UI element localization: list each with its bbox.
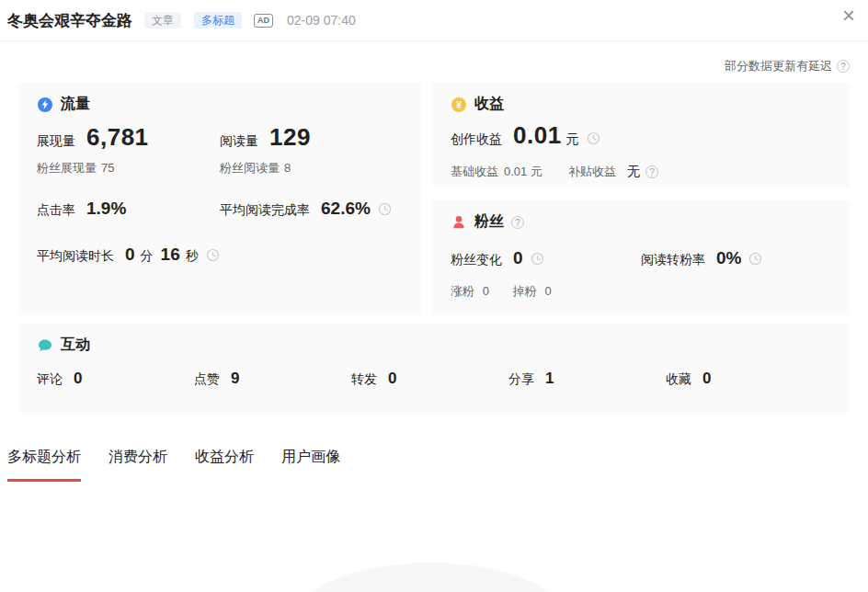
fans-change-label: 粉丝变化 — [451, 252, 502, 268]
read-conversion-metric: 阅读转粉率 0% — [641, 248, 831, 268]
help-icon[interactable]: ? — [837, 60, 850, 73]
interaction-card-header: 互动 — [37, 336, 90, 355]
fans-main-row: 粉丝变化 0 阅读转粉率 0% — [451, 248, 831, 268]
revenue-card: ¥ 收益 创作收益 0.01 元 基础收益 0.01 元 补贴收益 无 ? — [432, 83, 850, 187]
interaction-card: 互动 评论 0 点赞 9 转发 0 分享 1 收藏 0 — [18, 324, 850, 413]
shares-metric: 分享 1 — [508, 370, 666, 388]
traffic-card-header: 流量 — [37, 95, 90, 114]
subsidy-revenue-metric: 补贴收益 无 ? — [568, 164, 658, 180]
empty-state-arc — [292, 563, 568, 592]
impressions-metric: 展现量 6,781 — [37, 123, 220, 152]
favorites-label: 收藏 — [666, 371, 691, 388]
person-icon — [451, 214, 467, 231]
reposts-metric: 转发 0 — [351, 370, 508, 388]
fan-reads-label: 粉丝阅读量 — [220, 160, 280, 176]
reads-value: 129 — [269, 123, 311, 152]
interaction-card-title: 互动 — [61, 336, 90, 355]
fans-sub-row: 涨粉 0 掉粉 0 — [451, 283, 552, 300]
creation-revenue-value: 0.01 — [513, 121, 562, 150]
tab-consumption-analysis[interactable]: 消费分析 — [108, 448, 167, 482]
reads-metric: 阅读量 129 — [220, 123, 403, 152]
fans-loss-value: 0 — [544, 284, 551, 298]
tab-user-profile[interactable]: 用户画像 — [281, 448, 340, 482]
duration-metric: 平均阅读时长 0 分 16 秒 — [37, 245, 220, 265]
chat-bubble-icon — [37, 337, 53, 354]
fans-gain-value: 0 — [483, 284, 489, 298]
comments-value: 0 — [74, 370, 82, 388]
fan-reads-metric: 粉丝阅读量 8 — [220, 160, 403, 176]
comments-label: 评论 — [37, 371, 63, 388]
traffic-icon — [37, 97, 53, 113]
fan-impressions-value: 75 — [101, 161, 114, 175]
tab-multi-title-analysis[interactable]: 多标题分析 — [7, 448, 81, 482]
duration-min-unit: 分 — [141, 248, 154, 265]
help-icon[interactable]: ? — [645, 165, 658, 178]
base-revenue-value: 0.01 元 — [504, 164, 542, 180]
ad-badge: AD — [254, 14, 273, 28]
read-conversion-value: 0% — [716, 248, 741, 268]
traffic-rate-row: 点击率 1.9% 平均阅读完成率 62.6% — [37, 199, 403, 219]
duration-min-value: 0 — [125, 245, 135, 265]
comments-metric: 评论 0 — [37, 370, 194, 388]
likes-metric: 点赞 9 — [194, 370, 351, 388]
impressions-value: 6,781 — [86, 123, 149, 152]
ctr-metric: 点击率 1.9% — [37, 199, 220, 219]
creation-revenue-label: 创作收益 — [451, 131, 502, 148]
coin-icon: ¥ — [451, 97, 467, 113]
ctr-value: 1.9% — [86, 199, 126, 219]
fans-gain-metric: 涨粉 0 — [451, 283, 489, 300]
fans-change-metric: 粉丝变化 0 — [451, 248, 641, 268]
tab-revenue-analysis[interactable]: 收益分析 — [195, 448, 254, 482]
fans-card-title: 粉丝 — [474, 212, 504, 232]
help-icon[interactable]: ? — [511, 216, 524, 229]
analysis-tabs: 多标题分析 消费分析 收益分析 用户画像 — [7, 448, 340, 482]
fans-gain-label: 涨粉 — [451, 284, 474, 298]
data-delay-notice: 部分数据更新有延迟 ? — [725, 58, 850, 74]
creation-revenue-unit: 元 — [566, 131, 579, 148]
impressions-label: 展现量 — [37, 133, 75, 150]
likes-value: 9 — [231, 370, 239, 388]
fan-impressions-label: 粉丝展现量 — [37, 160, 97, 176]
dialog-header: 冬奥会艰辛夺金路 文章 多标题 AD 02-09 07:40 × — [0, 0, 868, 41]
subsidy-revenue-label: 补贴收益 — [568, 164, 616, 180]
traffic-main-row: 展现量 6,781 阅读量 129 — [37, 123, 403, 152]
traffic-fan-row: 粉丝展现量 75 粉丝阅读量 8 — [37, 160, 403, 176]
delayed-update-icon — [587, 131, 600, 149]
completion-label: 平均阅读完成率 — [220, 202, 310, 219]
delayed-update-icon — [531, 252, 544, 269]
fans-loss-metric: 掉粉 0 — [513, 283, 552, 300]
completion-metric: 平均阅读完成率 62.6% — [220, 199, 403, 219]
fan-impressions-metric: 粉丝展现量 75 — [37, 160, 220, 176]
article-type-badge: 文章 — [144, 12, 181, 28]
favorites-metric: 收藏 0 — [666, 370, 823, 388]
traffic-card: 流量 展现量 6,781 阅读量 129 粉丝展现量 75 粉丝阅读量 8 — [18, 83, 421, 315]
data-delay-text: 部分数据更新有延迟 — [725, 58, 832, 74]
base-revenue-label: 基础收益 — [451, 164, 498, 180]
article-stats-dialog: 冬奥会艰辛夺金路 文章 多标题 AD 02-09 07:40 × 部分数据更新有… — [0, 0, 868, 592]
delayed-update-icon — [748, 252, 762, 269]
completion-value: 62.6% — [321, 199, 371, 219]
fans-loss-label: 掉粉 — [513, 284, 537, 298]
read-conversion-label: 阅读转粉率 — [641, 252, 705, 268]
fans-card-header: 粉丝 ? — [451, 212, 524, 232]
delayed-update-icon — [378, 202, 392, 220]
publish-timestamp: 02-09 07:40 — [287, 13, 356, 28]
svg-text:¥: ¥ — [456, 99, 462, 109]
base-revenue-metric: 基础收益 0.01 元 — [451, 164, 542, 180]
revenue-card-header: ¥ 收益 — [451, 95, 504, 114]
traffic-card-title: 流量 — [61, 95, 90, 114]
revenue-sub-row: 基础收益 0.01 元 补贴收益 无 ? — [451, 164, 658, 180]
fans-change-value: 0 — [513, 248, 523, 268]
duration-label: 平均阅读时长 — [37, 248, 114, 265]
subsidy-revenue-value: 无 — [627, 164, 640, 180]
duration-sec-value: 16 — [161, 245, 180, 265]
reads-label: 阅读量 — [220, 133, 258, 150]
ctr-label: 点击率 — [37, 202, 75, 219]
reposts-label: 转发 — [351, 371, 377, 388]
article-title: 冬奥会艰辛夺金路 — [7, 10, 132, 31]
favorites-value: 0 — [702, 370, 711, 388]
creation-revenue-metric: 创作收益 0.01 元 — [451, 121, 600, 150]
close-icon[interactable]: × — [842, 3, 855, 29]
interaction-metrics-row: 评论 0 点赞 9 转发 0 分享 1 收藏 0 — [37, 370, 823, 388]
revenue-card-title: 收益 — [474, 95, 504, 114]
